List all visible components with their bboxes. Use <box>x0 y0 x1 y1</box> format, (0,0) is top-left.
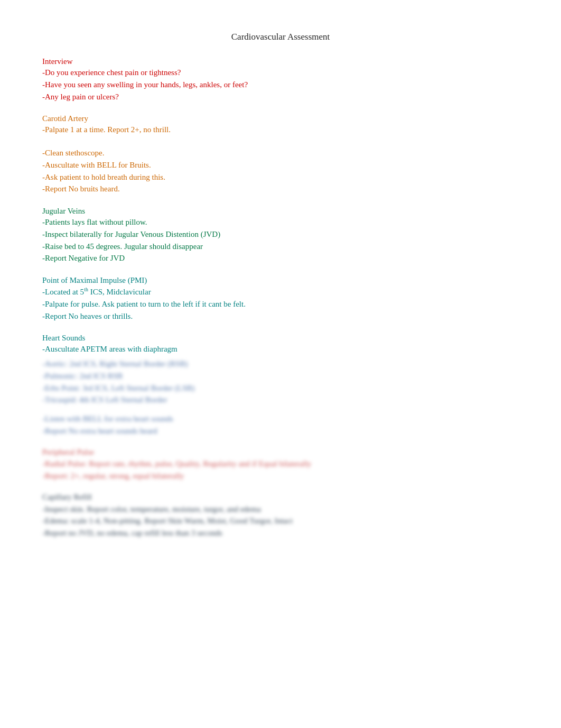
section-heading-jugular: Jugular Veins <box>42 207 519 216</box>
carotid-line-1: -Palpate 1 at a time. Report 2+, no thri… <box>42 124 519 136</box>
jugular-line-3: -Raise bed to 45 degrees. Jugular should… <box>42 241 519 253</box>
blurred-heading-capillary: Capillary Refill <box>42 492 519 503</box>
carotid-auscultate-line-2: -Auscultate with BELL for Bruits. <box>42 160 519 171</box>
interview-line-3: -Any leg pain or ulcers? <box>42 91 519 103</box>
jugular-line-1: -Patients lays flat without pillow. <box>42 217 519 228</box>
jugular-line-2: -Inspect bilaterally for Jugular Venous … <box>42 229 519 241</box>
interview-line-1: -Do you experience chest pain or tightne… <box>42 67 519 79</box>
blurred-line-bell-2: -Report No extra heart sounds heard <box>42 426 519 437</box>
blurred-line-bell-1: -Listen with BELL for extra heart sounds <box>42 413 519 425</box>
section-heading-heart-sounds: Heart Sounds <box>42 334 519 343</box>
blurred-line-tricuspid: -Tricuspid: 4th ICS Left Sternal Border <box>42 394 519 406</box>
heart-sounds-blurred-2: -Listen with BELL for extra heart sounds… <box>42 413 519 437</box>
blurred-capillary-line-3: -Report no JVD, no edema, cap refill les… <box>42 528 519 539</box>
blurred-peripheral-line-2: -Report: 2+, regular, strong, equal bila… <box>42 471 519 482</box>
blurred-heading-peripheral: Peripheral Pulse <box>42 447 519 458</box>
blurred-peripheral-line-1: -Radial Pulse: Report rate, rhythm, puls… <box>42 458 519 470</box>
pmi-line-1: -Located at 5th ICS, Midclavicular <box>42 286 519 298</box>
section-heart-sounds: Heart Sounds -Auscultate APETM areas wit… <box>42 334 519 539</box>
section-heading-carotid: Carotid Artery <box>42 114 519 123</box>
heart-sounds-line-1: -Auscultate APETM areas with diaphragm <box>42 344 519 355</box>
section-interview: Interview -Do you experience chest pain … <box>42 57 519 103</box>
carotid-auscultate-line-3: -Ask patient to hold breath during this. <box>42 172 519 183</box>
section-heading-pmi: Point of Maximal Impulse (PMI) <box>42 276 519 285</box>
section-pmi: Point of Maximal Impulse (PMI) -Located … <box>42 276 519 322</box>
carotid-auscultate-line-1: -Clean stethoscope. <box>42 148 519 159</box>
section-heading-interview: Interview <box>42 57 519 66</box>
blurred-capillary-line-2: -Edema: scale 1-4, Non-pitting. Report S… <box>42 515 519 527</box>
heart-sounds-blurred-4: Capillary Refill -Inspect skin. Report c… <box>42 492 519 539</box>
carotid-auscultate-line-4: -Report No bruits heard. <box>42 183 519 195</box>
heart-sounds-blurred-1: -Aortic: 2nd ICS, Right Sternal Border (… <box>42 358 519 406</box>
section-jugular: Jugular Veins -Patients lays flat withou… <box>42 207 519 264</box>
interview-line-2: -Have you seen any swelling in your hand… <box>42 79 519 91</box>
pmi-line-2: -Palpate for pulse. Ask patient to turn … <box>42 299 519 310</box>
section-carotid-auscultate: -Clean stethoscope. -Auscultate with BEL… <box>42 148 519 195</box>
jugular-line-4: -Report Negative for JVD <box>42 253 519 264</box>
heart-sounds-blurred-3: Peripheral Pulse -Radial Pulse: Report r… <box>42 447 519 482</box>
section-carotid: Carotid Artery -Palpate 1 at a time. Rep… <box>42 114 519 136</box>
page-title: Cardiovascular Assessment <box>42 32 519 42</box>
blurred-line-pulmonic: -Pulmonic: 2nd ICS RSB <box>42 371 519 382</box>
pmi-line-3: -Report No heaves or thrills. <box>42 311 519 322</box>
blurred-capillary-line-1: -Inspect skin. Report color, temperature… <box>42 504 519 515</box>
blurred-line-erbs: -Erbs Point: 3rd ICS, Left Sternal Borde… <box>42 383 519 394</box>
blurred-line-aortic: -Aortic: 2nd ICS, Right Sternal Border (… <box>42 358 519 370</box>
